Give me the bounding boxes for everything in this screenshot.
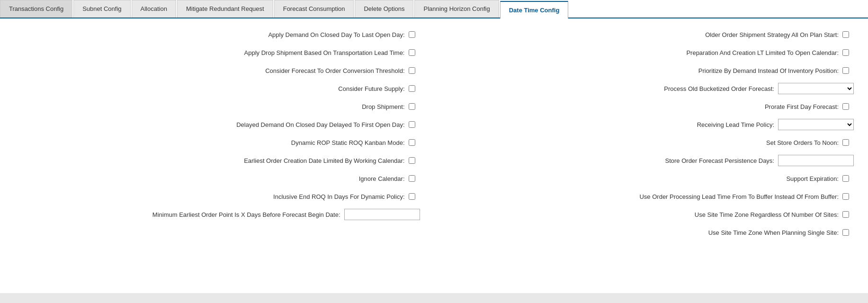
tab-mitigate-redundant-request[interactable]: Mitigate Redundant Request: [177, 0, 273, 18]
field-control-apply-demand-closed-day[interactable]: [409, 31, 420, 38]
field-control-prioritize-by-demand[interactable]: [842, 67, 854, 74]
field-row-use-site-time-zone-single: Use Site Time Zone When Planning Single …: [448, 226, 854, 239]
checkbox-ignore-calendar[interactable]: [409, 175, 415, 182]
select-process-old-bucketized[interactable]: [778, 83, 854, 94]
select-receiving-lead-time-policy[interactable]: [778, 119, 854, 130]
field-row-consider-future-supply: Consider Future Supply:: [14, 82, 420, 95]
checkbox-prorate-first-day[interactable]: [842, 103, 849, 110]
field-row-receiving-lead-time-policy: Receiving Lead Time Policy:: [448, 118, 854, 131]
checkbox-drop-shipment[interactable]: [409, 103, 415, 110]
checkbox-older-order-shipment[interactable]: [842, 31, 849, 38]
checkbox-consider-future-supply[interactable]: [409, 85, 415, 92]
tab-transactions-config[interactable]: Transactions Config: [0, 0, 72, 18]
field-control-prorate-first-day[interactable]: [842, 103, 854, 110]
field-label-set-store-orders-noon: Set Store Orders To Noon:: [448, 139, 843, 146]
checkbox-consider-forecast-conversion[interactable]: [409, 67, 415, 74]
field-row-apply-demand-closed-day: Apply Demand On Closed Day To Last Open …: [14, 28, 420, 41]
checkbox-preparation-creation-lt[interactable]: [842, 49, 849, 56]
checkbox-inclusive-end-roq[interactable]: [409, 193, 415, 200]
field-label-support-expiration: Support Expiration:: [448, 175, 843, 182]
checkbox-support-expiration[interactable]: [842, 175, 849, 182]
field-row-process-old-bucketized: Process Old Bucketized Order Forecast:: [448, 82, 854, 95]
field-label-minimum-earliest-order-point: Minimum Earliest Order Point Is X Days B…: [14, 211, 344, 218]
field-row-use-site-time-zone-regardless: Use Site Time Zone Regardless Of Number …: [448, 208, 854, 221]
field-control-dynamic-rop-static-roq[interactable]: [409, 139, 420, 146]
field-row-set-store-orders-noon: Set Store Orders To Noon:: [448, 136, 854, 149]
field-control-inclusive-end-roq[interactable]: [409, 193, 420, 200]
field-label-delayed-demand-closed-day: Delayed Demand On Closed Day Delayed To …: [14, 121, 409, 128]
checkbox-use-order-processing-lead-time[interactable]: [842, 193, 849, 200]
field-control-minimum-earliest-order-point[interactable]: [344, 209, 420, 220]
right-column: Older Order Shipment Strategy All On Pla…: [448, 28, 854, 244]
field-control-use-order-processing-lead-time[interactable]: [842, 193, 854, 200]
text-input-store-order-forecast-persistence[interactable]: [778, 155, 854, 166]
field-label-inclusive-end-roq: Inclusive End ROQ In Days For Dynamic Po…: [14, 193, 409, 200]
field-control-set-store-orders-noon[interactable]: [842, 139, 854, 146]
text-input-minimum-earliest-order-point[interactable]: [344, 209, 420, 220]
checkbox-delayed-demand-closed-day[interactable]: [409, 121, 415, 128]
field-control-use-site-time-zone-single[interactable]: [842, 229, 854, 236]
field-row-prioritize-by-demand: Prioritize By Demand Instead Of Inventor…: [448, 64, 854, 77]
field-control-earliest-order-creation[interactable]: [409, 157, 420, 164]
field-label-drop-shipment: Drop Shipment:: [14, 103, 409, 110]
field-label-prioritize-by-demand: Prioritize By Demand Instead Of Inventor…: [448, 67, 843, 74]
field-label-preparation-creation-lt: Preparation And Creation LT Limited To O…: [448, 49, 843, 56]
tab-delete-options[interactable]: Delete Options: [355, 0, 413, 18]
field-label-dynamic-rop-static-roq: Dynamic ROP Static ROQ Kanban Mode:: [14, 139, 409, 146]
field-label-use-site-time-zone-single: Use Site Time Zone When Planning Single …: [448, 229, 843, 236]
field-control-delayed-demand-closed-day[interactable]: [409, 121, 420, 128]
field-row-minimum-earliest-order-point: Minimum Earliest Order Point Is X Days B…: [14, 208, 420, 221]
checkbox-apply-drop-shipment[interactable]: [409, 49, 415, 56]
tab-bar: Transactions ConfigSubnet ConfigAllocati…: [0, 0, 868, 18]
field-row-consider-forecast-conversion: Consider Forecast To Order Conversion Th…: [14, 64, 420, 77]
tab-date-time-config[interactable]: Date Time Config: [500, 1, 569, 18]
field-row-older-order-shipment: Older Order Shipment Strategy All On Pla…: [448, 28, 854, 41]
field-control-store-order-forecast-persistence[interactable]: [778, 155, 854, 166]
tab-forecast-consumption[interactable]: Forecast Consumption: [274, 0, 354, 18]
field-row-support-expiration: Support Expiration:: [448, 172, 854, 185]
field-control-support-expiration[interactable]: [842, 175, 854, 182]
tab-allocation[interactable]: Allocation: [132, 0, 176, 18]
checkbox-earliest-order-creation[interactable]: [409, 157, 415, 164]
field-row-earliest-order-creation: Earliest Order Creation Date Limited By …: [14, 154, 420, 167]
field-label-apply-drop-shipment: Apply Drop Shipment Based On Transportat…: [14, 49, 409, 56]
field-control-use-site-time-zone-regardless[interactable]: [842, 211, 854, 218]
field-control-ignore-calendar[interactable]: [409, 175, 420, 182]
field-label-prorate-first-day: Prorate First Day Forecast:: [448, 103, 843, 110]
field-control-drop-shipment[interactable]: [409, 103, 420, 110]
field-label-process-old-bucketized: Process Old Bucketized Order Forecast:: [448, 85, 779, 92]
field-label-older-order-shipment: Older Order Shipment Strategy All On Pla…: [448, 31, 843, 38]
field-row-ignore-calendar: Ignore Calendar:: [14, 172, 420, 185]
checkbox-use-site-time-zone-regardless[interactable]: [842, 211, 849, 218]
bottom-area: [0, 293, 868, 303]
field-row-inclusive-end-roq: Inclusive End ROQ In Days For Dynamic Po…: [14, 190, 420, 203]
field-control-preparation-creation-lt[interactable]: [842, 49, 854, 56]
checkbox-use-site-time-zone-single[interactable]: [842, 229, 849, 236]
field-label-receiving-lead-time-policy: Receiving Lead Time Policy:: [448, 121, 779, 128]
field-row-apply-drop-shipment: Apply Drop Shipment Based On Transportat…: [14, 46, 420, 59]
field-control-apply-drop-shipment[interactable]: [409, 49, 420, 56]
field-control-receiving-lead-time-policy[interactable]: [778, 119, 854, 130]
checkbox-prioritize-by-demand[interactable]: [842, 67, 849, 74]
field-label-apply-demand-closed-day: Apply Demand On Closed Day To Last Open …: [14, 31, 409, 38]
left-column: Apply Demand On Closed Day To Last Open …: [14, 28, 420, 244]
field-control-process-old-bucketized[interactable]: [778, 83, 854, 94]
tab-planning-horizon-config[interactable]: Planning Horizon Config: [414, 0, 499, 18]
content-area: Apply Demand On Closed Day To Last Open …: [0, 18, 868, 293]
field-label-consider-forecast-conversion: Consider Forecast To Order Conversion Th…: [14, 67, 409, 74]
field-row-store-order-forecast-persistence: Store Order Forecast Persistence Days:: [448, 154, 854, 167]
field-control-consider-forecast-conversion[interactable]: [409, 67, 420, 74]
checkbox-dynamic-rop-static-roq[interactable]: [409, 139, 415, 146]
field-control-consider-future-supply[interactable]: [409, 85, 420, 92]
field-label-use-site-time-zone-regardless: Use Site Time Zone Regardless Of Number …: [448, 211, 843, 218]
field-label-ignore-calendar: Ignore Calendar:: [14, 175, 409, 182]
checkbox-set-store-orders-noon[interactable]: [842, 139, 849, 146]
field-row-prorate-first-day: Prorate First Day Forecast:: [448, 100, 854, 113]
field-row-use-order-processing-lead-time: Use Order Processing Lead Time From To B…: [448, 190, 854, 203]
field-row-dynamic-rop-static-roq: Dynamic ROP Static ROQ Kanban Mode:: [14, 136, 420, 149]
checkbox-apply-demand-closed-day[interactable]: [409, 31, 415, 38]
tab-subnet-config[interactable]: Subnet Config: [73, 0, 130, 18]
field-control-older-order-shipment[interactable]: [842, 31, 854, 38]
field-row-delayed-demand-closed-day: Delayed Demand On Closed Day Delayed To …: [14, 118, 420, 131]
field-row-drop-shipment: Drop Shipment:: [14, 100, 420, 113]
